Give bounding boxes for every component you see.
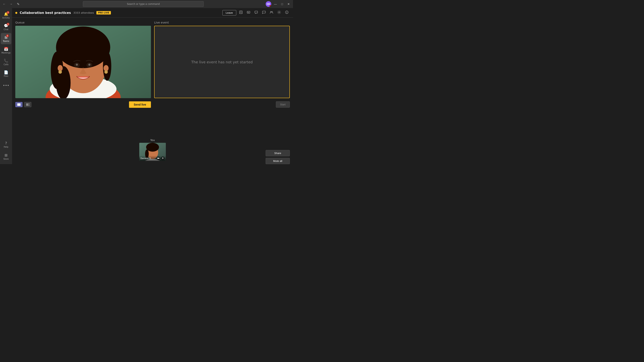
you-camera-button[interactable] bbox=[156, 156, 160, 160]
search-bar: Search or type a command bbox=[83, 1, 204, 7]
svg-point-30 bbox=[88, 63, 90, 65]
maximize-button[interactable]: □ bbox=[280, 1, 284, 6]
sidebar-label-calls: Calls bbox=[4, 63, 8, 65]
teams-icon: ⊞ 1 bbox=[4, 35, 8, 39]
svg-rect-34 bbox=[28, 105, 30, 106]
sidebar-label-teams: Teams bbox=[3, 40, 9, 42]
queue-video bbox=[15, 26, 151, 98]
panels: Queue bbox=[12, 18, 293, 139]
svg-rect-31 bbox=[17, 103, 20, 106]
participants-icon-button[interactable] bbox=[238, 9, 244, 16]
leave-button[interactable]: Leave bbox=[222, 10, 236, 15]
minimize-button[interactable]: — bbox=[272, 1, 278, 6]
sidebar-item-files[interactable]: 📄 Files bbox=[1, 68, 11, 79]
queue-panel: Queue bbox=[15, 21, 151, 135]
search-placeholder: Search or type a command bbox=[127, 2, 160, 5]
svg-point-1 bbox=[240, 11, 242, 12]
sidebar: 🔔 2 Activity 💬 1 Chat ⊞ 1 Teams 📅 Meetin… bbox=[0, 8, 12, 164]
svg-rect-2 bbox=[247, 11, 250, 13]
compose-button[interactable]: ✎ bbox=[15, 1, 21, 7]
layout-single-button[interactable] bbox=[15, 102, 22, 107]
svg-point-11 bbox=[286, 11, 287, 12]
you-person-name: Danielle B... bbox=[140, 157, 152, 159]
title-bar-right: DB — □ ✕ bbox=[266, 1, 292, 7]
activity-icon: 🔔 2 bbox=[4, 12, 8, 16]
svg-rect-32 bbox=[26, 103, 28, 106]
svg-point-29 bbox=[76, 63, 78, 65]
sidebar-item-teams[interactable]: ⊞ 1 Teams bbox=[1, 33, 11, 44]
qa-icon-button[interactable] bbox=[253, 9, 259, 16]
sidebar-item-meetings[interactable]: 📅 Meetings bbox=[1, 45, 11, 56]
start-button[interactable]: Start bbox=[276, 101, 290, 108]
you-label: You bbox=[150, 139, 155, 142]
share-button[interactable]: Share bbox=[266, 150, 290, 156]
live-indicator bbox=[15, 12, 17, 14]
you-video: Danielle B... bbox=[139, 143, 166, 161]
svg-rect-42 bbox=[158, 158, 159, 159]
queue-video-inner bbox=[15, 26, 151, 98]
svg-point-7 bbox=[272, 11, 273, 12]
sidebar-item-chat[interactable]: 💬 1 Chat bbox=[1, 21, 11, 32]
share-mute-buttons: Share Mute all bbox=[266, 150, 290, 164]
sidebar-item-more[interactable]: ••• bbox=[1, 80, 11, 91]
you-container: You bbox=[139, 139, 166, 161]
live-controls: Start bbox=[154, 100, 290, 109]
sidebar-item-calls[interactable]: 📞 Calls bbox=[1, 56, 11, 67]
user-avatar-button[interactable]: DB bbox=[266, 1, 271, 7]
settings-icon-button[interactable] bbox=[276, 9, 282, 16]
live-not-started-text: The live event has not yet started bbox=[191, 60, 252, 64]
teams-badge: 1 bbox=[6, 34, 9, 37]
sidebar-label-store: Store bbox=[4, 158, 9, 160]
queue-label: Queue bbox=[15, 21, 151, 24]
store-icon: ⊞ bbox=[4, 153, 8, 157]
sidebar-item-store[interactable]: ⊞ Store bbox=[1, 151, 11, 162]
more-icon: ••• bbox=[3, 83, 9, 87]
main-content: Collaboration best practices 3333 attend… bbox=[12, 8, 293, 164]
calls-icon: 📞 bbox=[4, 58, 8, 63]
top-bar: Collaboration best practices 3333 attend… bbox=[12, 8, 293, 18]
title-bar-left: ← → ✎ bbox=[2, 1, 21, 7]
info-icon-button[interactable] bbox=[284, 9, 290, 16]
back-button[interactable]: ← bbox=[2, 1, 7, 6]
svg-point-8 bbox=[279, 12, 280, 13]
event-title: Collaboration best practices bbox=[20, 11, 71, 15]
chat-badge: 1 bbox=[7, 23, 10, 25]
chat-icon-button[interactable] bbox=[261, 9, 267, 16]
pre-live-badge: PRE-LIVE bbox=[96, 11, 111, 14]
layout-buttons bbox=[15, 102, 32, 107]
svg-point-26 bbox=[104, 70, 108, 74]
activity-badge: 2 bbox=[7, 11, 10, 14]
sidebar-item-help[interactable]: ? Help bbox=[1, 139, 11, 150]
mute-all-button[interactable]: Mute all bbox=[266, 158, 290, 164]
avatar-status-dot bbox=[270, 5, 271, 7]
sidebar-item-activity[interactable]: 🔔 2 Activity bbox=[1, 10, 11, 21]
svg-rect-43 bbox=[162, 157, 163, 159]
roles-icon-button[interactable] bbox=[268, 9, 274, 16]
live-video: The live event has not yet started bbox=[154, 26, 290, 98]
captions-icon-button[interactable] bbox=[246, 9, 252, 16]
svg-point-40 bbox=[146, 143, 159, 152]
bottom-section: You bbox=[12, 139, 293, 164]
queue-controls: Send live bbox=[15, 100, 151, 109]
live-event-label: Live event bbox=[154, 21, 290, 24]
svg-point-22 bbox=[56, 66, 71, 98]
send-live-button[interactable]: Send live bbox=[129, 101, 151, 108]
you-name-bar: Danielle B... bbox=[139, 156, 166, 161]
files-icon: 📄 bbox=[4, 70, 8, 74]
live-event-panel: Live event The live event has not yet st… bbox=[154, 21, 290, 135]
sidebar-label-chat: Chat bbox=[4, 28, 8, 30]
you-media-controls bbox=[156, 156, 164, 160]
close-button[interactable]: ✕ bbox=[286, 1, 292, 6]
sidebar-label-meetings: Meetings bbox=[2, 52, 11, 54]
meetings-icon: 📅 bbox=[4, 47, 8, 51]
sidebar-label-activity: Activity bbox=[2, 17, 10, 19]
sidebar-label-help: Help bbox=[4, 146, 8, 148]
sidebar-label-files: Files bbox=[4, 75, 8, 77]
forward-button[interactable]: → bbox=[8, 1, 14, 6]
app-body: 🔔 2 Activity 💬 1 Chat ⊞ 1 Teams 📅 Meetin… bbox=[0, 8, 293, 164]
svg-point-6 bbox=[270, 11, 272, 12]
layout-split-button[interactable] bbox=[24, 102, 32, 107]
top-bar-right: Leave bbox=[222, 9, 290, 16]
you-mic-button[interactable] bbox=[161, 156, 164, 160]
chat-icon: 💬 1 bbox=[4, 23, 8, 28]
